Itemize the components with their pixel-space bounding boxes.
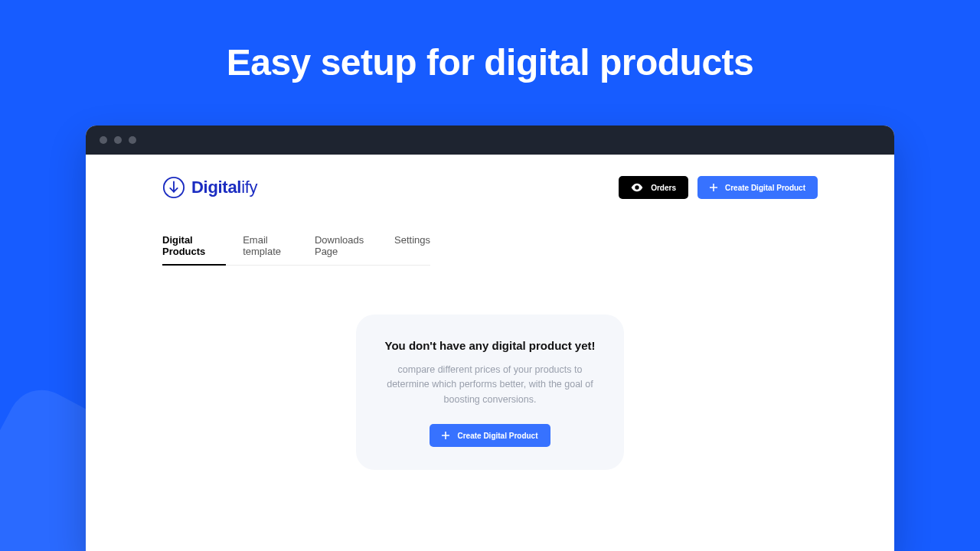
plus-icon bbox=[442, 432, 449, 439]
window-titlebar bbox=[86, 126, 894, 155]
empty-state-card: You don't have any digital product yet! … bbox=[356, 315, 624, 470]
traffic-light-close[interactable] bbox=[100, 136, 107, 144]
orders-button[interactable]: Orders bbox=[619, 176, 688, 199]
traffic-light-minimize[interactable] bbox=[114, 136, 122, 144]
svg-point-2 bbox=[636, 187, 639, 189]
eye-icon bbox=[631, 183, 643, 192]
create-product-button-label: Create Digital Product bbox=[725, 184, 805, 192]
empty-state-body: compare different prices of your product… bbox=[377, 363, 603, 407]
hero-title: Easy setup for digital products bbox=[0, 0, 980, 83]
empty-state-title: You don't have any digital product yet! bbox=[377, 339, 603, 352]
logo-download-icon bbox=[162, 176, 185, 199]
app-window: Digitalify Orders Create Digital Product bbox=[86, 126, 894, 551]
tab-email-template[interactable]: Email template bbox=[243, 234, 298, 265]
tab-settings[interactable]: Settings bbox=[394, 234, 430, 265]
tab-downloads-page[interactable]: Downloads Page bbox=[315, 234, 377, 265]
traffic-light-maximize[interactable] bbox=[129, 136, 136, 144]
logo-text: Digitalify bbox=[191, 178, 257, 197]
empty-state-create-button[interactable]: Create Digital Product bbox=[430, 424, 550, 447]
header-actions: Orders Create Digital Product bbox=[619, 176, 818, 199]
tabs: Digital Products Email template Download… bbox=[162, 234, 430, 266]
logo-text-light: ify bbox=[241, 178, 257, 197]
logo[interactable]: Digitalify bbox=[162, 176, 257, 199]
tab-digital-products[interactable]: Digital Products bbox=[162, 234, 226, 265]
create-product-button[interactable]: Create Digital Product bbox=[697, 176, 818, 199]
orders-button-label: Orders bbox=[651, 184, 676, 192]
app-content: Digitalify Orders Create Digital Product bbox=[86, 155, 894, 470]
plus-icon bbox=[710, 184, 717, 191]
empty-state-create-button-label: Create Digital Product bbox=[457, 432, 537, 440]
logo-text-bold: Digital bbox=[191, 178, 241, 197]
app-header: Digitalify Orders Create Digital Product bbox=[162, 176, 818, 199]
